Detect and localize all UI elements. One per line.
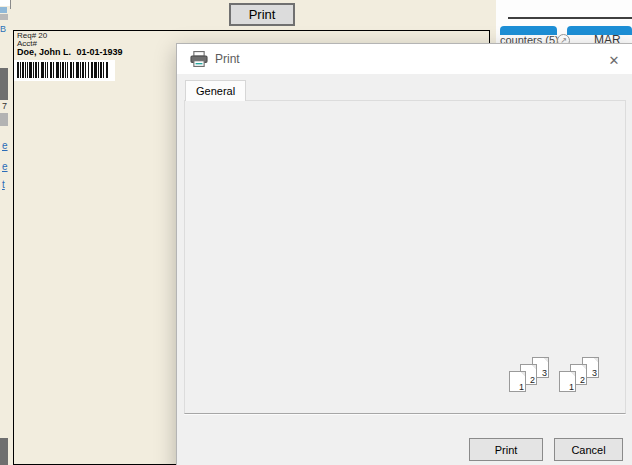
- label-patient-line: Doe, John L. 01-01-1939: [17, 47, 123, 57]
- label-patient-dob: 01-01-1939: [77, 47, 123, 57]
- dialog-title: Print: [215, 52, 240, 66]
- left-edge-scrollbar-fragment: [0, 68, 8, 100]
- barcode-image: [17, 62, 109, 78]
- left-edge-fragment: [0, 14, 8, 20]
- left-edge-link-fragment[interactable]: e: [2, 140, 8, 151]
- left-edge-fragment: [0, 113, 8, 126]
- left-edge-text-fragment: 7: [2, 101, 7, 111]
- left-edge-scrollbar-fragment: [0, 438, 8, 465]
- barcode-background: [14, 60, 115, 81]
- left-edge-link-fragment[interactable]: e: [2, 161, 8, 172]
- print-dialog: Print ✕ General Select Printer Fax: [176, 43, 632, 465]
- dialog-print-button[interactable]: Print: [469, 438, 543, 461]
- app-print-button[interactable]: Print: [229, 3, 295, 26]
- tab-page-general: [184, 100, 626, 414]
- dialog-titlebar[interactable]: [177, 44, 632, 74]
- close-icon[interactable]: ✕: [605, 51, 623, 69]
- left-edge-link-fragment[interactable]: t: [2, 179, 5, 190]
- printer-icon: [190, 51, 208, 67]
- left-edge-fragment: [0, 7, 7, 13]
- tab-general[interactable]: General: [185, 80, 246, 101]
- label-patient-name: Doe, John L.: [17, 47, 71, 57]
- collate-page: 1: [559, 371, 576, 392]
- left-edge-text-fragment: B: [0, 24, 6, 34]
- top-nav-divider: [508, 17, 632, 19]
- left-edge-divider: [10, 0, 11, 9]
- screen: B 7 e e t Req# 20 Acct# Doe, John L. 01-…: [0, 0, 632, 465]
- collate-page: 1: [509, 371, 526, 392]
- dialog-cancel-button[interactable]: Cancel: [554, 438, 623, 461]
